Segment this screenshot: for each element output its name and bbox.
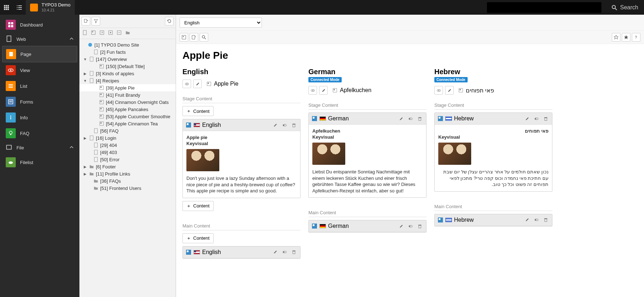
app-logo[interactable]: TYPO3 Demo 10.4.21 (26, 0, 75, 15)
edit-ce-button[interactable] (272, 249, 279, 256)
module-group-web[interactable]: Web (2, 33, 77, 46)
tree-node[interactable]: [49] 403 (79, 149, 176, 156)
edit-ce-button[interactable] (397, 222, 405, 230)
edit-ce-button[interactable] (523, 115, 531, 122)
cache-button[interactable] (612, 33, 620, 42)
flag-us-icon (194, 250, 200, 254)
tree-node[interactable]: ▶[16] Login (79, 134, 176, 142)
tree-node[interactable]: ▼[147] Overview (79, 56, 176, 63)
svg-point-88 (283, 252, 284, 253)
content-element[interactable]: English Apple pie Keyvisual Don't you ju… (182, 119, 301, 198)
delete-ce-button[interactable] (290, 249, 297, 256)
delete-ce-button[interactable] (542, 216, 549, 224)
delete-ce-button[interactable] (416, 222, 423, 230)
svg-rect-50 (90, 71, 93, 76)
tree-node[interactable]: [53] Apple Cucumber Smoothie (79, 113, 176, 120)
module-view[interactable]: View (2, 62, 77, 78)
tree-toggle-open-icon[interactable]: ▼ (83, 79, 87, 83)
svg-point-120 (535, 219, 536, 220)
module-filelist[interactable]: Filelist (2, 154, 77, 170)
tree-node-active[interactable]: [39] Apple Pie (79, 84, 176, 91)
modules-grid-icon[interactable] (0, 0, 13, 15)
language-selector[interactable]: English (180, 18, 262, 28)
delete-ce-button[interactable] (290, 121, 297, 129)
tree-node[interactable]: [41] Fruit Brandy (79, 91, 176, 99)
toggle-ce-button[interactable] (281, 121, 288, 129)
tree-node[interactable]: [51] Frontend Users (79, 185, 176, 192)
toggle-ce-button[interactable] (407, 222, 414, 230)
tree-toggle-open-icon[interactable]: ▼ (83, 57, 87, 61)
tree-toggle-closed-icon[interactable]: ▶ (83, 172, 87, 176)
global-search[interactable]: Search (606, 0, 644, 15)
content-element[interactable]: German Apfelkuchen Keyvisual Liebst Du e… (308, 112, 426, 198)
edit-ce-button[interactable] (523, 216, 531, 224)
tree-node-root[interactable]: [1] TYPO3 Demo Site (79, 41, 176, 48)
add-content-button[interactable]: ＋Content (182, 201, 214, 211)
tree-node[interactable]: [54] Apple Cinnamon Tea (79, 120, 176, 127)
list-icon[interactable] (13, 0, 26, 15)
module-page[interactable]: Page (2, 46, 77, 62)
view-page-button[interactable] (182, 80, 191, 88)
add-content-button[interactable]: ＋Content (182, 233, 214, 243)
new-backend-icon[interactable] (90, 29, 97, 36)
toggle-ce-button[interactable] (533, 216, 540, 224)
edit-page-button[interactable] (445, 86, 454, 95)
module-dashboard[interactable]: Dashboard (2, 17, 77, 33)
module-forms[interactable]: Forms (2, 94, 77, 110)
module-faq[interactable]: FAQ (2, 125, 77, 141)
edit-page-button[interactable] (193, 80, 202, 88)
toggle-ce-button[interactable] (281, 249, 288, 256)
tree-node[interactable]: ▶[11] Profile Links (79, 170, 176, 177)
svg-rect-63 (101, 123, 102, 124)
toggle-preview-button[interactable] (180, 33, 188, 42)
content-element[interactable]: English (182, 246, 301, 259)
edit-ce-button[interactable] (272, 121, 279, 129)
tree-toggle-closed-icon[interactable]: ▶ (83, 165, 87, 169)
new-folder-icon[interactable] (125, 29, 131, 36)
tree-node[interactable]: [50] Error (79, 156, 176, 163)
toggle-ce-button[interactable] (407, 115, 414, 122)
tree-node[interactable]: [2] Fun facts (79, 48, 176, 56)
tree-node[interactable]: [56] FAQ (79, 127, 176, 134)
new-mount-icon[interactable] (107, 29, 114, 36)
edit-ce-button[interactable] (397, 115, 405, 122)
new-link-icon[interactable] (116, 29, 122, 36)
view-page-button[interactable] (434, 86, 443, 95)
new-shortcut-icon[interactable] (99, 29, 105, 36)
delete-ce-button[interactable] (416, 115, 423, 122)
bookmark-button[interactable] (622, 33, 630, 42)
tree-new-page-types (79, 28, 176, 39)
tree-node[interactable]: [29] 404 (79, 142, 176, 149)
tree-node[interactable]: [44] Cinnamon Overnight Oats (79, 99, 176, 106)
svg-rect-122 (544, 219, 547, 219)
module-info[interactable]: Info (2, 110, 77, 125)
topbar-center-widget[interactable] (487, 2, 601, 13)
tree-node[interactable]: ▶[6] Footer (79, 163, 176, 170)
tree-toggle-closed-icon[interactable]: ▶ (83, 136, 87, 140)
tree-toggle-closed-icon[interactable]: ▶ (83, 72, 87, 76)
edit-page-button[interactable] (319, 86, 328, 95)
svg-rect-78 (208, 83, 209, 84)
module-list[interactable]: List (2, 78, 77, 94)
toggle-ce-button[interactable] (533, 115, 540, 122)
content-element[interactable]: German (308, 220, 426, 233)
refresh-button[interactable] (165, 17, 174, 25)
delete-ce-button[interactable] (542, 115, 549, 122)
folder-icon (89, 171, 94, 177)
search-content-button[interactable] (200, 33, 208, 42)
module-group-file[interactable]: File (2, 141, 77, 154)
new-page-button[interactable] (82, 17, 90, 25)
open-page-button[interactable] (190, 33, 198, 42)
tree-node[interactable]: ▶[3] Kinds of apples (79, 70, 176, 77)
tree-node[interactable]: [36] FAQs (79, 177, 176, 185)
new-standard-icon[interactable] (82, 29, 88, 36)
tree-node[interactable]: ▼[4] Recipes (79, 77, 176, 84)
tree-node[interactable]: [45] Apple Pancakes (79, 106, 176, 113)
content-element[interactable]: Hebrew (434, 214, 552, 226)
add-content-button[interactable]: ＋Content (182, 106, 214, 116)
filter-button[interactable] (92, 17, 100, 25)
view-page-button[interactable] (308, 86, 317, 95)
content-element[interactable]: Hebrew פאי תפוחים Keyvisual נכון שאתם חו… (434, 112, 552, 192)
tree-node[interactable]: [150] [Default Title] (79, 63, 176, 70)
help-button[interactable]: ? (632, 33, 640, 42)
